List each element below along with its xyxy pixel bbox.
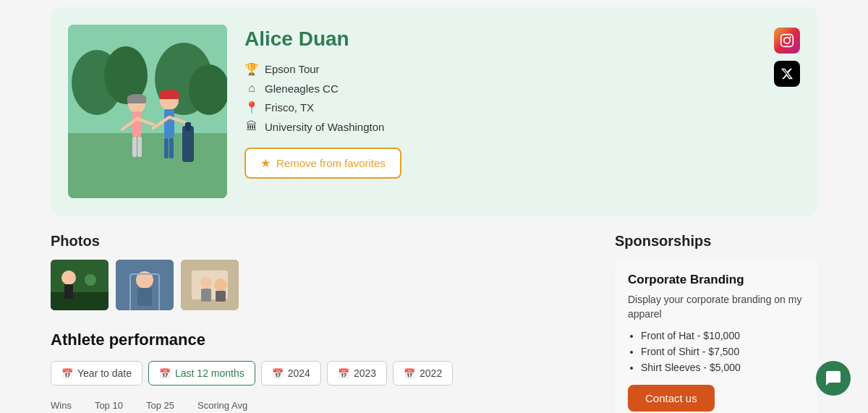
trophy-icon: 🏆 — [244, 62, 259, 76]
contact-us-button[interactable]: Contact us — [628, 385, 715, 412]
svg-point-40 — [214, 278, 227, 291]
calendar-icon-12m: 📅 — [159, 368, 171, 379]
svg-point-25 — [784, 38, 790, 43]
profile-info-section: Alice Duan 🏆 Epson Tour ⌂ Gleneagles CC … — [244, 25, 800, 179]
svg-rect-39 — [201, 289, 211, 302]
wins-label: Wins — [51, 400, 72, 411]
sponsorship-item-1: Front of Hat - $10,000 — [641, 330, 804, 341]
svg-rect-24 — [781, 35, 793, 47]
club-row: ⌂ Gleneagles CC — [244, 82, 745, 95]
stat-wins: Wins 1 — [51, 400, 72, 413]
left-column: Photos — [51, 233, 592, 413]
tab-2024[interactable]: 📅 2024 — [261, 361, 321, 386]
svg-rect-21 — [159, 93, 179, 99]
sponsorship-description: Display your corporate branding on my ap… — [628, 293, 804, 321]
remove-favorites-button[interactable]: ★ Remove from favorites — [244, 148, 401, 179]
svg-rect-22 — [182, 126, 194, 162]
photos-title: Photos — [51, 233, 592, 250]
remove-favorites-label: Remove from favorites — [276, 157, 386, 169]
calendar-icon-2023: 📅 — [338, 368, 349, 379]
sponsorship-item-3: Shirt Sleeves - $5,000 — [641, 362, 804, 373]
tab-2023-label: 2023 — [354, 367, 376, 379]
university-label: University of Washington — [265, 121, 384, 133]
svg-rect-7 — [132, 111, 141, 137]
instagram-button[interactable] — [774, 27, 800, 54]
profile-details-container: Alice Duan 🏆 Epson Tour ⌂ Gleneagles CC … — [244, 25, 745, 179]
svg-rect-34 — [137, 288, 152, 306]
sponsorship-card: Corporate Branding Display your corporat… — [615, 260, 817, 413]
stats-row: Wins 1 Top 10 2 Top 25 2 Scoring Avg 73.… — [51, 400, 592, 413]
svg-point-38 — [200, 277, 212, 289]
svg-rect-11 — [137, 137, 142, 157]
svg-rect-1 — [68, 133, 227, 198]
photos-grid — [51, 260, 592, 310]
svg-rect-10 — [132, 137, 137, 157]
svg-point-29 — [61, 271, 76, 285]
tab-12m-label: Last 12 months — [175, 367, 244, 379]
right-column: Sponsorships Corporate Branding Display … — [615, 233, 817, 413]
photo-thumbnail-1[interactable] — [51, 260, 109, 310]
tab-2024-label: 2024 — [288, 367, 310, 379]
sponsorships-title: Sponsorships — [615, 233, 817, 250]
top25-label: Top 25 — [146, 400, 174, 411]
svg-rect-13 — [127, 98, 146, 103]
calendar-icon-2022: 📅 — [404, 368, 415, 379]
university-icon: 🏛 — [244, 120, 259, 133]
tab-last-12-months[interactable]: 📅 Last 12 months — [148, 361, 255, 386]
photos-section: Photos — [51, 233, 592, 310]
profile-metadata: 🏆 Epson Tour ⌂ Gleneagles CC 📍 Frisco, T… — [244, 62, 745, 133]
photo-thumbnail-2[interactable] — [116, 260, 174, 310]
location-label: Frisco, TX — [265, 101, 314, 114]
social-links — [774, 25, 800, 179]
period-tabs-container: 📅 Year to date 📅 Last 12 months 📅 2024 📅… — [51, 361, 592, 386]
calendar-icon-ytd: 📅 — [61, 368, 73, 379]
club-label: Gleneagles CC — [265, 82, 339, 95]
top10-label: Top 10 — [95, 400, 123, 411]
svg-rect-15 — [164, 109, 174, 138]
location-icon: 📍 — [244, 101, 259, 114]
profile-name: Alice Duan — [244, 27, 745, 51]
sponsorship-list: Front of Hat - $10,000 Front of Shirt - … — [628, 330, 804, 373]
profile-card: Alice Duan 🏆 Epson Tour ⌂ Gleneagles CC … — [51, 7, 817, 216]
tour-label: Epson Tour — [265, 63, 320, 75]
svg-rect-18 — [164, 138, 169, 158]
twitter-x-button[interactable] — [774, 61, 800, 87]
tour-row: 🏆 Epson Tour — [244, 62, 745, 76]
photo-thumbnail-3[interactable] — [181, 260, 239, 310]
university-row: 🏛 University of Washington — [244, 120, 745, 133]
tab-2022-label: 2022 — [420, 367, 442, 379]
home-icon: ⌂ — [244, 82, 259, 95]
stat-top10: Top 10 2 — [95, 400, 123, 413]
tab-2023[interactable]: 📅 2023 — [327, 361, 387, 386]
svg-rect-41 — [216, 291, 226, 302]
svg-point-31 — [85, 274, 96, 286]
calendar-icon-2024: 📅 — [272, 368, 284, 379]
chat-fab-button[interactable] — [816, 361, 851, 396]
main-content: Photos — [51, 233, 817, 413]
tab-2022[interactable]: 📅 2022 — [393, 361, 453, 386]
sponsorship-card-title: Corporate Branding — [628, 273, 804, 287]
svg-rect-28 — [51, 292, 109, 310]
performance-title: Athlete performance — [51, 331, 592, 349]
star-icon: ★ — [260, 156, 271, 170]
tab-ytd-label: Year to date — [77, 367, 132, 379]
stat-scoring-avg: Scoring Avg 73.3 — [197, 400, 265, 413]
svg-point-26 — [789, 36, 791, 38]
performance-section: Athlete performance 📅 Year to date 📅 Las… — [51, 331, 592, 413]
svg-rect-19 — [169, 138, 174, 158]
stat-top25: Top 25 2 — [146, 400, 174, 413]
svg-rect-23 — [185, 122, 191, 131]
profile-image — [68, 25, 227, 198]
svg-rect-30 — [64, 284, 73, 299]
scoring-avg-label: Scoring Avg — [197, 400, 247, 411]
sponsorship-item-2: Front of Shirt - $7,500 — [641, 346, 804, 357]
location-row: 📍 Frisco, TX — [244, 101, 745, 114]
tab-year-to-date[interactable]: 📅 Year to date — [51, 361, 142, 386]
